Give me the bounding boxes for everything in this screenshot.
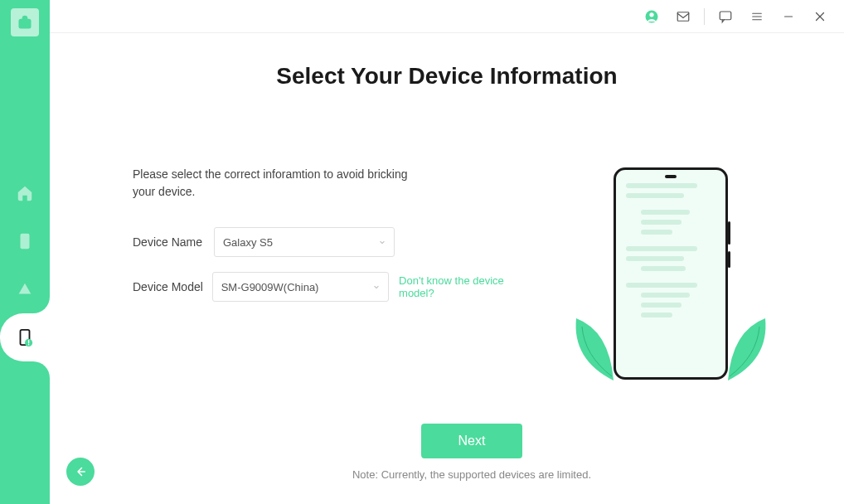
device-model-help-link[interactable]: Don't know the device model?: [399, 274, 539, 299]
app-logo: [11, 8, 39, 36]
user-icon: [644, 9, 659, 24]
minimize-button[interactable]: [774, 2, 803, 31]
mail-button[interactable]: [669, 2, 697, 31]
svg-rect-0: [21, 234, 30, 249]
svg-rect-6: [720, 12, 731, 20]
menu-icon: [749, 9, 764, 24]
svg-point-4: [649, 12, 653, 17]
home-icon: [16, 184, 34, 202]
feedback-button[interactable]: [711, 2, 740, 31]
page-title: Select Your Device Information: [91, 63, 803, 90]
device-model-value: SM-G9009W(China): [221, 281, 319, 293]
back-button[interactable]: [66, 458, 95, 486]
device-name-select[interactable]: Galaxy S5: [214, 227, 395, 257]
close-icon: [812, 9, 827, 24]
device-name-value: Galaxy S5: [223, 236, 273, 249]
phone-illustration: [539, 166, 803, 381]
form-area: Please select the correct inforamtion to…: [91, 166, 539, 317]
chat-icon: [718, 9, 733, 24]
device-model-row: Device Model SM-G9009W(China) Don't know…: [133, 272, 539, 302]
mail-icon: [676, 9, 691, 24]
device-name-row: Device Name Galaxy S5: [133, 227, 539, 257]
arrow-left-icon: [73, 464, 88, 479]
close-button[interactable]: [806, 2, 834, 31]
footer-note: Note: Currently, the supported devices a…: [352, 468, 591, 481]
instruction-text: Please select the correct inforamtion to…: [133, 166, 415, 201]
phone-mockup: [614, 167, 728, 380]
footer: Next Note: Currently, the supported devi…: [99, 424, 844, 481]
next-button[interactable]: Next: [421, 424, 522, 458]
titlebar: [50, 0, 844, 33]
device-model-label: Device Model: [133, 280, 212, 293]
menu-button[interactable]: [743, 2, 771, 31]
minimize-icon: [781, 9, 796, 24]
user-button[interactable]: [638, 2, 666, 31]
device-name-label: Device Name: [133, 235, 214, 249]
svg-rect-5: [677, 12, 689, 21]
device-model-select[interactable]: SM-G9009W(China): [212, 272, 389, 302]
separator: [704, 8, 705, 25]
cloud-icon: [16, 280, 34, 298]
sidebar: [0, 0, 50, 504]
sidebar-item-phone[interactable]: [0, 217, 50, 265]
device-alert-icon: [16, 328, 34, 346]
sidebar-item-device-alert[interactable]: [0, 313, 50, 361]
sidebar-item-home[interactable]: [0, 169, 50, 217]
chevron-down-icon: [379, 239, 386, 245]
chevron-down-icon: [373, 284, 380, 290]
phone-icon: [16, 232, 34, 250]
